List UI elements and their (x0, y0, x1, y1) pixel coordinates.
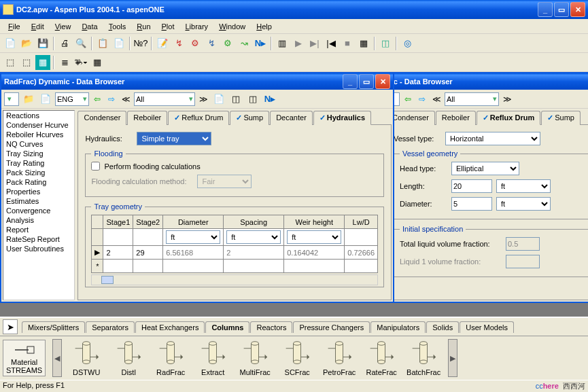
new-icon[interactable]: 📄 (3, 36, 18, 51)
tree-item[interactable]: User Subroutines (3, 244, 74, 253)
chart1-icon[interactable]: ↯ (171, 36, 186, 51)
model-batchfrac[interactable]: BatchFrac (406, 340, 441, 376)
child1-close-button[interactable]: ✕ (375, 74, 390, 89)
tool-f-icon[interactable]: ▦ (90, 55, 105, 70)
palette-tab-user-models[interactable]: User Models (460, 321, 514, 333)
tool-d-icon[interactable]: ≣ (57, 55, 72, 70)
child1-folder-icon[interactable]: 📁 (21, 92, 36, 107)
child1-filter[interactable]: All▾ (134, 92, 195, 106)
child2-filter[interactable]: All▾ (445, 92, 499, 106)
tree-view[interactable]: ReactionsCondenser HcurveReboiler Hcurve… (3, 110, 75, 300)
child1-first-icon[interactable]: ≪ (120, 93, 132, 105)
unit-select[interactable]: ft (226, 230, 281, 244)
palette-tab-reactors[interactable]: Reactors (250, 321, 292, 333)
child1-last-icon[interactable]: ≫ (197, 93, 209, 105)
menu-window[interactable]: Window (213, 21, 251, 32)
open-icon[interactable]: 📂 (19, 36, 34, 51)
stop-icon[interactable]: ■ (340, 36, 355, 51)
menu-data[interactable]: Data (76, 21, 103, 32)
tree-item[interactable]: Pack Rating (3, 177, 74, 187)
tree-item[interactable]: Condenser Hcurve (3, 120, 74, 130)
unit-select[interactable]: ft (287, 230, 341, 244)
menu-view[interactable]: View (50, 21, 77, 32)
tool-b-icon[interactable]: ⬚ (19, 55, 34, 70)
next-icon[interactable]: N▸ (253, 36, 268, 51)
tree-item[interactable]: Reactions (3, 111, 74, 120)
chart2-icon[interactable]: ⚙ (188, 36, 203, 51)
maximize-button[interactable]: ▭ (554, 2, 569, 17)
model-multifrac[interactable]: MultiFrac (237, 340, 273, 376)
tree-item[interactable]: NQ Curves (3, 139, 74, 149)
target-icon[interactable]: ◎ (400, 36, 415, 51)
child1-minimize-button[interactable]: _ (343, 74, 358, 89)
tab-hydraulics[interactable]: ✓Hydraulics (313, 111, 371, 125)
model-petrofrac[interactable]: PetroFrac (322, 340, 357, 376)
menu-library[interactable]: Library (179, 21, 213, 32)
menu-file[interactable]: File (3, 21, 26, 32)
palette-scroll-left[interactable]: ◀ (52, 339, 62, 377)
tray-geometry-table[interactable]: Stage1Stage2DiameterSpacingWeir heightLw… (91, 215, 378, 273)
menu-tools[interactable]: Tools (103, 21, 132, 32)
tree-item[interactable]: Tray Rating (3, 158, 74, 168)
diameter-input[interactable] (451, 197, 492, 211)
tab-reflux-drum[interactable]: ✓Reflux Drum (477, 111, 540, 125)
diameter-unit-select[interactable]: ft (496, 197, 551, 211)
flooding-checkbox[interactable] (91, 162, 100, 171)
length-input[interactable] (451, 179, 492, 193)
minimize-button[interactable]: _ (538, 2, 553, 17)
tab-sump[interactable]: ✓Sump (230, 111, 269, 125)
material-stream-button[interactable]: Material STREAMS (3, 340, 46, 376)
pointer-icon[interactable]: ➤ (3, 319, 18, 334)
child1-combo[interactable]: ▾ (4, 92, 19, 106)
child1-back-icon[interactable]: ⇦ (91, 93, 103, 105)
palette-tab-heat-exchangers[interactable]: Heat Exchangers (135, 321, 205, 333)
palette-tab-separators[interactable]: Separators (86, 321, 135, 333)
save-icon[interactable]: 💾 (35, 36, 50, 51)
palette-tab-manipulators[interactable]: Manipulators (370, 321, 426, 333)
rewind-icon[interactable]: |◀ (324, 36, 339, 51)
child1-fwd-icon[interactable]: ⇨ (105, 93, 118, 105)
head-type-select[interactable]: Elliptical (451, 162, 519, 175)
hydraulics-select[interactable]: Simple tray (137, 132, 211, 145)
flowsheet-icon[interactable]: ◫ (378, 36, 393, 51)
model-extract[interactable]: Extract (195, 340, 230, 376)
child1-doc-icon[interactable]: 📄 (38, 92, 53, 107)
chart4-icon[interactable]: ⚙ (220, 36, 235, 51)
close-button[interactable]: ✕ (570, 2, 585, 17)
tab-condenser[interactable]: Condenser (77, 111, 126, 125)
tool-e-icon[interactable]: ⅌▾ (73, 55, 88, 70)
tree-item[interactable]: Analysis (3, 215, 74, 225)
model-scfrac[interactable]: SCFrac (279, 340, 315, 376)
palette-tab-pressure-changers[interactable]: Pressure Changers (293, 321, 370, 333)
help-icon[interactable]: №? (133, 36, 148, 51)
preview-icon[interactable]: 🔍 (73, 36, 88, 51)
model-ratefrac[interactable]: RateFrac (364, 340, 399, 376)
child2-back-icon[interactable]: ⇦ (402, 93, 414, 105)
tab-decanter[interactable]: Decanter (270, 111, 313, 125)
chart3-icon[interactable]: ↯ (204, 36, 219, 51)
tree-item[interactable]: Estimates (3, 196, 74, 206)
vessel-type-select[interactable]: Horizontal (445, 132, 540, 145)
tree-item[interactable]: Reboiler Hcurves (3, 130, 74, 139)
tab-reboiler[interactable]: Reboiler (127, 111, 167, 125)
menu-plot[interactable]: Plot (156, 21, 180, 32)
tool-c-icon[interactable]: ▦ (35, 55, 50, 70)
tree-item[interactable]: Pack Sizing (3, 168, 74, 177)
child1-p2-icon[interactable]: ◫ (228, 92, 243, 107)
unit-select[interactable]: ft (166, 230, 220, 244)
palette-tab-solids[interactable]: Solids (426, 321, 459, 333)
child1-next-icon[interactable]: N▸ (262, 92, 277, 107)
tree-item[interactable]: Convergence (3, 206, 74, 215)
play-icon[interactable]: ▶ (291, 36, 306, 51)
tree-item[interactable]: Properties (3, 187, 74, 196)
child1-p3-icon[interactable]: ◫ (245, 92, 260, 107)
child2-fwd-icon[interactable]: ⇨ (416, 93, 428, 105)
menu-help[interactable]: Help (251, 21, 277, 32)
length-unit-select[interactable]: ft (496, 179, 551, 193)
chart5-icon[interactable]: ↝ (237, 36, 252, 51)
model-dstwu[interactable]: DSTWU (69, 340, 104, 376)
tab-reboiler[interactable]: Reboiler (436, 111, 476, 125)
palette-tab-mixers-splitters[interactable]: Mixers/Splitters (22, 321, 85, 333)
results-icon[interactable]: ▦ (356, 36, 371, 51)
model-distl[interactable]: Distl (111, 340, 146, 376)
